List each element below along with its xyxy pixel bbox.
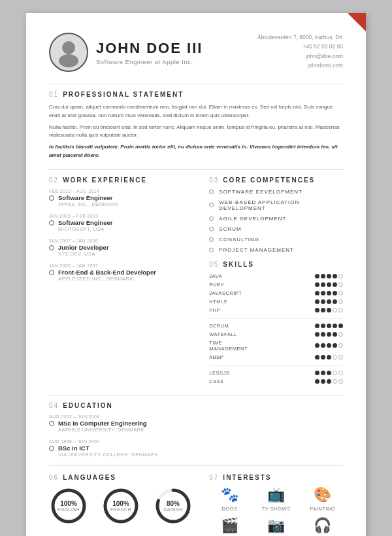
- interests-grid: 🐾 DOGS 📺 TV SHOWS 🎨 PAINTING 🎬 CINEMA 📷: [209, 486, 343, 536]
- work-date: FEB 2010 – AUG 2014: [49, 189, 196, 193]
- competence-item: SOFTWARE DEVELOPMENT: [209, 189, 343, 195]
- language-english: 100% ENGLISH: [49, 486, 88, 526]
- work-company: MICROSOFT, USA: [58, 226, 112, 232]
- edu-company: VIA UNIVERSITY COLLEGE, DENMARK: [58, 452, 158, 458]
- work-experience-col: 02 WORK EXPERIENCE FEB 2010 – AUG 2014 S…: [49, 176, 196, 390]
- skill-item: JAVA: [209, 273, 343, 279]
- skill-dots: [315, 274, 343, 278]
- work-item: JAN 2007 – JAN 2008 Junior Developer XYZ…: [49, 239, 196, 257]
- bullet-circle: [49, 446, 54, 451]
- full-name: JOHN DOE III: [96, 40, 203, 57]
- skill-dots: [315, 291, 343, 295]
- skill-item: PHP: [209, 307, 343, 313]
- lang-circle: 100% ENGLISH: [49, 486, 88, 526]
- dogs-icon: 🐾: [221, 486, 238, 503]
- edu-date: AUG 2002 – JUN 2004: [49, 414, 343, 419]
- header: JOHN DOE III Software Engineer at Apple …: [49, 33, 343, 72]
- skill-dots: [315, 371, 343, 375]
- interest-dogs: 🐾 DOGS: [209, 486, 250, 512]
- interest-rap: 🎧 RAP: [302, 517, 343, 536]
- work-company: XYZ DEV, USA: [58, 251, 109, 257]
- cinema-icon: 🎬: [221, 517, 238, 534]
- edu-title: BSc in ICT: [58, 444, 158, 452]
- bullet-circle: [49, 245, 54, 250]
- lang-circle: 80% DANISH: [154, 486, 193, 526]
- skill-dots: [315, 379, 343, 384]
- bullet-circle: [49, 270, 54, 275]
- language-french: 100% FRENCH: [101, 486, 140, 526]
- professional-statement-section: 01 PROFESSIONAL STATEMENT Cras dui quam,…: [49, 91, 343, 160]
- work-date: JAN 2008 – FEB 2010: [49, 214, 196, 218]
- work-title: Junior Developer: [58, 244, 109, 251]
- bullet-circle: [49, 220, 54, 226]
- lang-circle: 100% FRENCH: [101, 486, 140, 526]
- languages-title: 06 LANGUAGES: [49, 474, 196, 481]
- skill-dots: [315, 324, 343, 328]
- work-title: Software Engineer: [58, 194, 118, 201]
- education-title: 04 EDUCATION: [49, 402, 343, 409]
- competence-item: SCRUM: [209, 226, 343, 232]
- skill-item: CSS3: [209, 378, 343, 384]
- header-left: JOHN DOE III Software Engineer at Apple …: [49, 33, 203, 72]
- edu-item: AUG 1998 – JUN 2002 BSc in ICT VIA UNIVE…: [49, 439, 343, 458]
- svg-point-1: [59, 54, 78, 67]
- languages-section: 06 LANGUAGES 100% ENGLISH: [49, 474, 196, 536]
- core-competences-col: 03 CORE COMPETENCES SOFTWARE DEVELOPMENT…: [209, 176, 343, 390]
- work-experience-title: 02 WORK EXPERIENCE: [49, 176, 196, 184]
- photography-icon: 📷: [267, 517, 285, 534]
- interest-painting: 🎨 PAINTING: [302, 486, 343, 512]
- interests-section: 07 INTERESTS 🐾 DOGS 📺 TV SHOWS 🎨 PAINTIN…: [209, 474, 343, 536]
- bullet-sm: [209, 248, 214, 252]
- tvshows-icon: 📺: [267, 486, 285, 503]
- skills-title: 05 SKILLS: [209, 261, 343, 268]
- skill-item: JAVASCRIPT: [209, 290, 343, 296]
- work-title: Software Engineer: [58, 219, 112, 226]
- rap-icon: 🎧: [314, 517, 331, 534]
- edu-company: AARHUS UNIVERSITY, DENMARK: [58, 427, 147, 433]
- languages-row: 100% ENGLISH 100% FRENCH: [49, 486, 196, 526]
- bullet-circle: [49, 421, 54, 426]
- bullet-sm: [209, 237, 214, 242]
- bullet-circle: [49, 195, 54, 201]
- bullet-sm: [209, 190, 214, 194]
- skills-section: 05 SKILLS JAVA RUBY: [209, 261, 343, 384]
- skill-group: SCRUM WATEFALL TIME MANAGEMENT: [209, 323, 343, 360]
- skill-dots: [315, 282, 343, 287]
- edu-date: AUG 1998 – JUN 2002: [49, 439, 343, 444]
- phone: +45 52 03 02 93: [257, 42, 343, 51]
- skill-item: ABBP: [209, 354, 343, 360]
- work-date: JAN 2005 – JAN 2007: [49, 263, 196, 268]
- painting-icon: 🎨: [314, 486, 331, 503]
- work-company: APPLESEED INC., DENMARK: [58, 276, 156, 282]
- skill-item: WATEFALL: [209, 331, 343, 337]
- work-competences-row: 02 WORK EXPERIENCE FEB 2010 – AUG 2014 S…: [49, 176, 343, 390]
- work-company: APPLE INC., DENMARK: [58, 201, 118, 207]
- skill-group: JAVA RUBY JAVASCRIPT: [209, 273, 343, 313]
- skill-dots: [315, 332, 343, 337]
- professional-statement-title: 01 PROFESSIONAL STATEMENT: [49, 91, 343, 98]
- work-item: FEB 2010 – AUG 2014 Software Engineer AP…: [49, 189, 196, 207]
- skill-item: TIME MANAGEMENT: [209, 340, 343, 352]
- bullet-sm: [209, 227, 214, 231]
- ps-para3: In facilisis blandit vulputate. Proin ma…: [49, 143, 343, 160]
- work-item: JAN 2008 – FEB 2010 Software Engineer MI…: [49, 214, 196, 232]
- competence-item: CONSULTING: [209, 237, 343, 243]
- skill-item: SCRUM: [209, 323, 343, 329]
- skill-dots: [315, 355, 343, 360]
- edu-item: AUG 2002 – JUN 2004 MSc in Computer Engi…: [49, 414, 343, 433]
- skill-group: LESSJS CSS3: [209, 370, 343, 384]
- resume-page: JOHN DOE III Software Engineer at Apple …: [26, 13, 366, 536]
- skill-dots: [315, 299, 343, 304]
- skill-item: LESSJS: [209, 370, 343, 376]
- interests-title: 07 INTERESTS: [209, 474, 343, 481]
- work-date: JAN 2007 – JAN 2008: [49, 239, 196, 243]
- header-contact: Åboulevarden 7, 8000, Aarhus, DK +45 52 …: [257, 33, 343, 71]
- bullet-sm: [209, 203, 214, 207]
- competence-item: PROJECT MANAGEMENT: [209, 247, 343, 253]
- skill-dots: [315, 308, 343, 312]
- core-competences-title: 03 CORE COMPETENCES: [209, 176, 343, 184]
- education-section: 04 EDUCATION AUG 2002 – JUN 2004 MSc in …: [49, 402, 343, 458]
- header-name-block: JOHN DOE III Software Engineer at Apple …: [96, 40, 203, 65]
- work-item: JAN 2005 – JAN 2007 Front-End & Back-End…: [49, 263, 196, 282]
- work-title: Front-End & Back-End Developer: [58, 269, 156, 276]
